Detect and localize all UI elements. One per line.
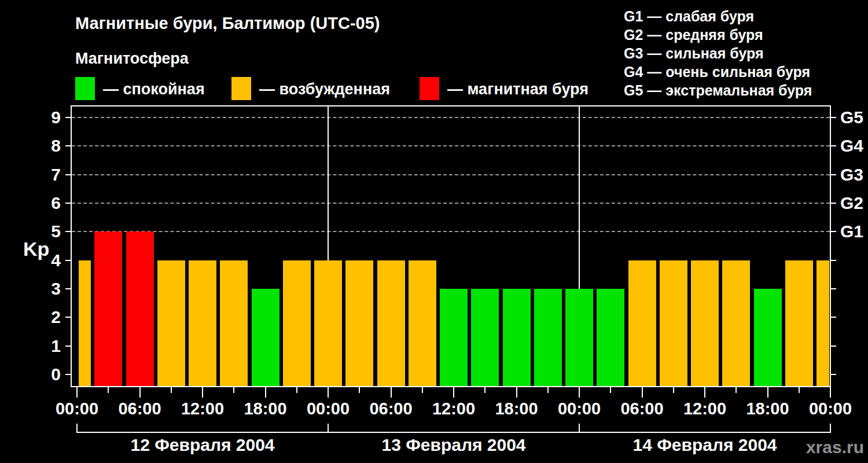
date-bracket-tick bbox=[328, 424, 329, 433]
x-minor-tick bbox=[547, 387, 549, 393]
x-major-tick bbox=[391, 387, 392, 398]
y-tick-label: 1 bbox=[32, 336, 61, 356]
y-axis-tick bbox=[65, 288, 71, 289]
x-minor-tick bbox=[233, 387, 234, 393]
x-minor-tick bbox=[610, 387, 611, 393]
x-tick-label: 18:00 bbox=[737, 399, 799, 418]
legend-swatch-excited bbox=[231, 77, 251, 100]
kp-bar bbox=[754, 289, 782, 386]
x-tick-label: 18:00 bbox=[234, 399, 297, 418]
x-minor-tick bbox=[484, 387, 486, 393]
kp-bar bbox=[283, 260, 311, 386]
gridline bbox=[72, 145, 830, 146]
kp-bar bbox=[377, 260, 405, 386]
legend-swatch-storm bbox=[420, 77, 439, 100]
kp-bar bbox=[565, 289, 593, 386]
gridline bbox=[72, 231, 830, 232]
x-major-tick bbox=[579, 387, 580, 398]
plot-frame-right bbox=[830, 105, 831, 387]
y-axis-tick bbox=[65, 117, 71, 118]
y-tick-label: 8 bbox=[32, 136, 61, 156]
x-minor-tick bbox=[422, 387, 423, 393]
y-axis-tick bbox=[65, 374, 71, 375]
kp-bar bbox=[785, 260, 813, 386]
x-minor-tick bbox=[296, 387, 297, 393]
kp-bar bbox=[409, 260, 436, 386]
kp-bar bbox=[79, 260, 91, 386]
legend-label: — возбужденная bbox=[259, 80, 390, 98]
plot-frame-top bbox=[71, 105, 831, 106]
date-label: 13 Февраля 2004 bbox=[326, 435, 581, 455]
g-level-label: G5 bbox=[840, 108, 863, 127]
y-axis-tick bbox=[65, 231, 71, 232]
y-axis-tick bbox=[65, 346, 71, 347]
x-tick-label: 06:00 bbox=[611, 399, 674, 418]
kp-bar bbox=[252, 289, 279, 386]
y-tick-label: 2 bbox=[32, 307, 61, 327]
date-bracket-tick bbox=[76, 424, 78, 433]
x-major-tick bbox=[328, 387, 329, 398]
x-minor-tick bbox=[735, 387, 737, 393]
kp-bar bbox=[816, 260, 829, 386]
x-tick-label: 06:00 bbox=[109, 399, 171, 418]
x-tick-label: 06:00 bbox=[360, 399, 422, 418]
kp-bar bbox=[534, 289, 562, 386]
y-axis-tick bbox=[65, 203, 71, 204]
watermark: xras.ru bbox=[775, 438, 864, 457]
kp-bar bbox=[440, 289, 468, 386]
x-tick-label: 12:00 bbox=[171, 399, 234, 418]
kp-bar bbox=[220, 260, 248, 386]
x-major-tick bbox=[516, 387, 517, 398]
plot-frame-left bbox=[71, 105, 72, 387]
g-scale-line: G3 — сильная буря bbox=[624, 45, 764, 62]
y-axis-tick bbox=[65, 174, 71, 175]
kp-bar bbox=[157, 260, 185, 386]
kp-bar bbox=[94, 232, 122, 386]
gridline bbox=[72, 117, 830, 118]
g-level-label: G2 bbox=[840, 193, 863, 213]
y-tick-label: 9 bbox=[32, 108, 61, 127]
x-major-tick bbox=[453, 387, 454, 398]
x-minor-tick bbox=[108, 387, 109, 393]
gridline bbox=[72, 203, 830, 204]
x-major-tick bbox=[704, 387, 705, 398]
x-tick-label: 12:00 bbox=[674, 399, 736, 418]
g-scale-line: G2 — средняя буря bbox=[624, 27, 763, 43]
y-axis-title: Kp bbox=[23, 238, 49, 260]
x-minor-tick bbox=[673, 387, 674, 393]
chart-title: Магнитные бури, Балтимор (UTC-05) bbox=[75, 14, 380, 33]
y-axis-tick-right bbox=[831, 317, 836, 318]
x-minor-tick bbox=[359, 387, 360, 393]
kp-bar bbox=[660, 260, 687, 386]
x-tick-label: 00:00 bbox=[46, 399, 108, 418]
x-major-tick bbox=[265, 387, 266, 398]
y-tick-label: 0 bbox=[32, 365, 61, 384]
kp-bar bbox=[722, 260, 750, 386]
x-tick-label: 00:00 bbox=[548, 399, 610, 418]
y-axis-tick-right bbox=[831, 374, 836, 375]
x-major-tick bbox=[767, 387, 768, 398]
plot-frame-bottom bbox=[71, 386, 831, 387]
y-axis-tick-right bbox=[831, 346, 836, 347]
x-tick-label: 00:00 bbox=[297, 399, 359, 418]
g-level-label: G1 bbox=[840, 222, 863, 241]
magnetic-storm-chart: Магнитные бури, Балтимор (UTC-05) Магнит… bbox=[0, 0, 868, 463]
x-minor-tick bbox=[171, 387, 172, 393]
kp-bar bbox=[189, 260, 216, 386]
g-level-label: G3 bbox=[840, 165, 863, 185]
date-label: 12 Февраля 2004 bbox=[75, 435, 330, 455]
kp-bar bbox=[691, 260, 719, 386]
date-bracket-tick bbox=[579, 424, 580, 433]
x-minor-tick bbox=[799, 387, 800, 393]
g-scale-line: G4 — очень сильная буря bbox=[624, 64, 810, 80]
x-major-tick bbox=[830, 387, 831, 398]
y-tick-label: 6 bbox=[32, 193, 61, 213]
y-axis-tick-right bbox=[831, 260, 836, 261]
y-axis-tick bbox=[65, 317, 71, 318]
y-tick-label: 7 bbox=[32, 165, 61, 185]
y-axis-tick-right bbox=[831, 231, 836, 232]
g-scale-line: G5 — экстремальная буря bbox=[624, 82, 812, 99]
legend-label: — магнитная буря bbox=[447, 80, 589, 98]
date-bracket-line bbox=[77, 432, 830, 433]
x-tick-label: 00:00 bbox=[799, 399, 862, 418]
